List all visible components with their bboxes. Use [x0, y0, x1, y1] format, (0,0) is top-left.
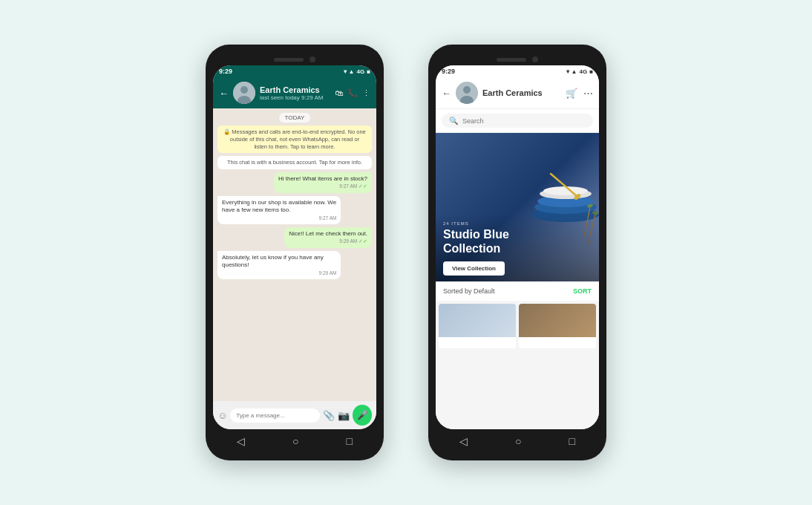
outgoing-bubble-2: Nice!! Let me check them out. 9:29 AM ✓✓	[284, 227, 372, 248]
status-icons-right: ▾▲4G■	[566, 68, 593, 75]
nav-bar-left: ◁ ○ □	[213, 429, 376, 453]
bag-icon[interactable]: 🛍	[335, 88, 343, 97]
mic-button[interactable]: 🎤	[353, 405, 372, 426]
contact-avatar-left	[233, 82, 255, 104]
header-icons: 🛍 📞 ⋮	[335, 88, 370, 98]
svg-point-1	[240, 86, 248, 94]
more-icon-right[interactable]: ⋯	[583, 88, 593, 99]
search-box[interactable]: 🔍	[442, 114, 593, 128]
status-bar-left: 9:29 ▾▲4G■	[213, 65, 376, 77]
more-icon[interactable]: ⋮	[362, 88, 370, 98]
back-button-left[interactable]: ←	[219, 88, 229, 99]
nav-back-right[interactable]: ◁	[459, 435, 468, 447]
nav-square-left[interactable]: □	[347, 435, 353, 447]
bubble-time-3: 9:29 AM ✓✓	[289, 238, 367, 244]
back-button-right[interactable]: ←	[442, 88, 451, 99]
hero-badge: 24 ITEMS	[443, 221, 592, 226]
product-grid	[436, 301, 599, 351]
whatsapp-header: ← Earth Ceramics last seen today 9:29 AM…	[213, 77, 376, 108]
contact-status: last seen today 9:29 AM	[260, 94, 330, 101]
time-right: 9:29	[442, 68, 455, 75]
bubble-time-2: 9:27 AM	[222, 215, 336, 221]
left-phone: 9:29 ▾▲4G■ ← Earth Ceramics last seen to…	[206, 45, 384, 460]
product-item-1[interactable]	[439, 304, 516, 348]
nav-square-right[interactable]: □	[569, 435, 575, 447]
phone-icon[interactable]: 📞	[347, 88, 358, 98]
sort-bar: Sorted by Default SORT	[436, 281, 599, 301]
chat-input-bar: ☺ 📎 📷 🎤	[213, 401, 376, 429]
time-left: 9:29	[219, 68, 232, 75]
camera-icon[interactable]: 📷	[338, 410, 350, 421]
bubble-time-4: 9:29 AM	[222, 270, 336, 276]
svg-point-10	[543, 186, 588, 195]
sort-button[interactable]: SORT	[573, 287, 592, 295]
attach-icon[interactable]: 📎	[323, 410, 335, 421]
sort-label: Sorted by Default	[443, 287, 495, 295]
nav-home-right[interactable]: ○	[515, 435, 521, 447]
bubble-time-1: 9:27 AM ✓✓	[278, 183, 367, 189]
nav-bar-right: ◁ ○ □	[436, 429, 599, 453]
view-collection-button[interactable]: View Collection	[443, 261, 505, 276]
encryption-notice[interactable]: 🔒 Messages and calls are end-to-end encr…	[217, 126, 372, 153]
status-icons-left: ▾▲4G■	[344, 68, 370, 75]
contact-info: Earth Ceramics last seen today 9:29 AM	[260, 85, 330, 101]
chat-body: TODAY 🔒 Messages and calls are end-to-en…	[213, 108, 376, 401]
right-phone: 9:29 ▾▲4G■ ← Earth Ceramics 🛒 ⋯	[428, 45, 606, 460]
search-input[interactable]	[462, 117, 586, 125]
status-bar-right: 9:29 ▾▲4G■	[436, 65, 599, 77]
business-notice[interactable]: This chat is with a business account. Ta…	[217, 156, 372, 169]
hero-banner: 24 ITEMS Studio BlueCollection View Coll…	[436, 133, 599, 281]
contact-name: Earth Ceramics	[260, 85, 330, 94]
catalog-title: Earth Ceramics	[482, 88, 561, 97]
cart-icon[interactable]: 🛒	[566, 88, 577, 99]
catalog-header: ← Earth Ceramics 🛒 ⋯	[436, 77, 599, 109]
product-item-2[interactable]	[519, 304, 596, 348]
hero-overlay: 24 ITEMS Studio BlueCollection View Coll…	[436, 214, 599, 281]
nav-home-left[interactable]: ○	[292, 435, 298, 447]
message-input[interactable]	[230, 408, 320, 423]
search-bar: 🔍	[436, 109, 599, 133]
nav-back-left[interactable]: ◁	[237, 435, 245, 447]
svg-point-4	[463, 86, 471, 94]
incoming-bubble-1: Everything in our shop is available now.…	[217, 196, 341, 224]
hero-title: Studio BlueCollection	[443, 227, 592, 255]
outgoing-bubble-1: Hi there! What items are in stock? 9:27 …	[274, 172, 372, 193]
search-icon: 🔍	[449, 117, 458, 125]
contact-avatar-right	[456, 82, 478, 104]
emoji-icon[interactable]: ☺	[217, 410, 227, 421]
incoming-bubble-2: Absolutely, let us know if you have any …	[217, 251, 341, 279]
date-label: TODAY	[279, 113, 311, 123]
catalog-body: 24 ITEMS Studio BlueCollection View Coll…	[436, 133, 599, 429]
catalog-header-icons: 🛒 ⋯	[566, 88, 593, 99]
